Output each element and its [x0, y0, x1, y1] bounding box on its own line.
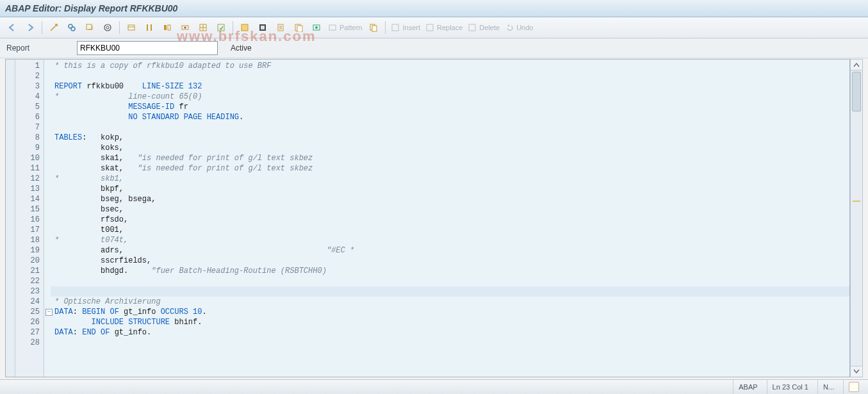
code-token: * line-count 65(0) [54, 92, 202, 101]
line-number: 11 [15, 163, 44, 174]
code-line[interactable]: bseg, bsega, [51, 194, 849, 204]
status-icon-cell[interactable] [843, 380, 864, 394]
code-token: bkpf, [54, 185, 124, 193]
code-token: fr [174, 103, 188, 111]
toolbar-separator [42, 21, 42, 34]
code-token: 10 [193, 308, 202, 316]
toolbar-separator [119, 21, 120, 34]
nav-back-button[interactable] [4, 21, 20, 35]
insert-label: Insert [402, 24, 420, 31]
line-number: 7 [15, 122, 44, 133]
code-token: . [202, 308, 206, 316]
code-token: REPORT [54, 82, 82, 91]
check-button[interactable] [63, 21, 80, 35]
nav-forward-button[interactable] [22, 21, 38, 35]
code-editor[interactable]: 1234567891011121314151617181920212223242… [5, 59, 850, 377]
code-line[interactable] [51, 122, 849, 133]
set-breakpoint-button[interactable] [177, 21, 193, 35]
line-number-gutter: 1234567891011121314151617181920212223242… [15, 60, 44, 377]
code-token: DATA [54, 308, 73, 316]
svg-point-3 [104, 24, 111, 31]
scroll-track[interactable] [851, 70, 862, 366]
code-line[interactable]: TABLES: kokp, [51, 133, 849, 143]
code-line[interactable]: DATA: END OF gt_info. [51, 327, 849, 338]
code-token: * Optische Archivierung [54, 297, 161, 306]
report-status: Active [231, 44, 252, 53]
scroll-down-button[interactable] [851, 366, 862, 377]
code-line[interactable]: * skb1, [51, 174, 849, 184]
code-line[interactable]: INCLUDE STRUCTURE bhinf. [51, 317, 849, 327]
vertical-scrollbar[interactable] [850, 59, 863, 377]
code-line[interactable] [51, 338, 849, 348]
where-used-button[interactable] [123, 21, 140, 35]
line-number: 1 [15, 61, 44, 71]
test-button[interactable] [99, 21, 116, 35]
code-line[interactable]: NO STANDARD PAGE HEADING. [51, 112, 849, 122]
code-line[interactable] [51, 286, 849, 297]
code-line[interactable]: rfsdo, [51, 215, 849, 225]
code-token [54, 113, 128, 122]
code-line[interactable]: * Optische Archivierung [51, 297, 849, 307]
svg-point-21 [315, 26, 318, 29]
svg-rect-14 [242, 24, 248, 31]
code-line[interactable]: bsec, [51, 204, 849, 215]
code-line[interactable]: koks, [51, 143, 849, 153]
code-line[interactable]: bhdgd. "fuer Batch-Heading-Routine (RSBT… [51, 266, 849, 276]
code-line[interactable]: REPORT rfkkbu00 LINE-SIZE 132 [51, 81, 849, 92]
line-number: 10 [15, 153, 44, 163]
window-titlebar: ABAP Editor: Display Report RFKKBU00 [0, 0, 868, 17]
help-button[interactable] [254, 21, 271, 35]
display-change-button[interactable] [45, 21, 62, 35]
code-line[interactable]: * t074t, [51, 235, 849, 245]
line-number: 2 [15, 71, 44, 81]
pattern-button[interactable]: Pattern [326, 21, 364, 35]
line-number: 25 [15, 307, 44, 317]
code-token: bsec, [54, 205, 124, 214]
modification-overview-button[interactable] [308, 21, 325, 35]
line-number: 21 [15, 266, 44, 276]
line-number: 9 [15, 143, 44, 153]
code-token: DATA [54, 328, 73, 337]
code-token: LINE-SIZE [142, 82, 184, 91]
code-area[interactable]: * this is a copy of rfkkbu10 adapted to … [44, 60, 849, 377]
copy-button[interactable] [365, 21, 382, 35]
code-token [188, 308, 193, 316]
pretty-printer-button[interactable] [236, 21, 253, 35]
scroll-up-button[interactable] [851, 60, 862, 70]
code-line[interactable]: MESSAGE-ID fr [51, 102, 849, 112]
code-line[interactable]: * line-count 65(0) [51, 92, 849, 102]
report-subbar: Report Active [0, 38, 868, 58]
find-button[interactable] [272, 21, 289, 35]
code-line[interactable]: adrs, "#EC * [51, 245, 849, 256]
report-label: Report [6, 44, 70, 53]
find-next-button[interactable] [290, 21, 307, 35]
line-number: 8 [15, 133, 44, 143]
code-token: rfkkbu00 [82, 82, 142, 91]
enhance-button[interactable] [213, 21, 229, 35]
activate-button[interactable] [81, 21, 98, 35]
code-line[interactable]: t001, [51, 225, 849, 235]
scroll-thumb[interactable] [852, 72, 861, 111]
code-token: "fuer Batch-Heading-Routine (RSBTCHH0) [151, 267, 327, 275]
code-line[interactable]: * this is a copy of rfkkbu10 adapted to … [51, 61, 849, 71]
code-token: bhinf. [170, 318, 202, 327]
object-list-button[interactable] [141, 21, 158, 35]
code-line[interactable]: bkpf, [51, 184, 849, 194]
code-line[interactable]: −DATA: BEGIN OF gt_info OCCURS 10. [51, 307, 849, 317]
code-line[interactable]: sscrfields, [51, 256, 849, 266]
line-number: 19 [15, 245, 44, 256]
report-name-input[interactable] [77, 41, 218, 55]
line-number: 17 [15, 225, 44, 235]
fold-minus-icon[interactable]: − [45, 309, 53, 316]
code-line[interactable] [51, 276, 849, 286]
code-token: . [239, 113, 243, 122]
svg-rect-22 [329, 25, 336, 30]
other-object-button[interactable] [195, 21, 211, 35]
code-line[interactable]: skat, "is needed for print of g/l text s… [51, 163, 849, 174]
display-nav-button[interactable] [159, 21, 176, 35]
svg-rect-24 [372, 26, 377, 31]
code-token: t001, [54, 226, 124, 234]
code-line[interactable]: ska1, "is needed for print of g/l text s… [51, 153, 849, 163]
line-number: 13 [15, 184, 44, 194]
code-line[interactable] [51, 71, 849, 81]
